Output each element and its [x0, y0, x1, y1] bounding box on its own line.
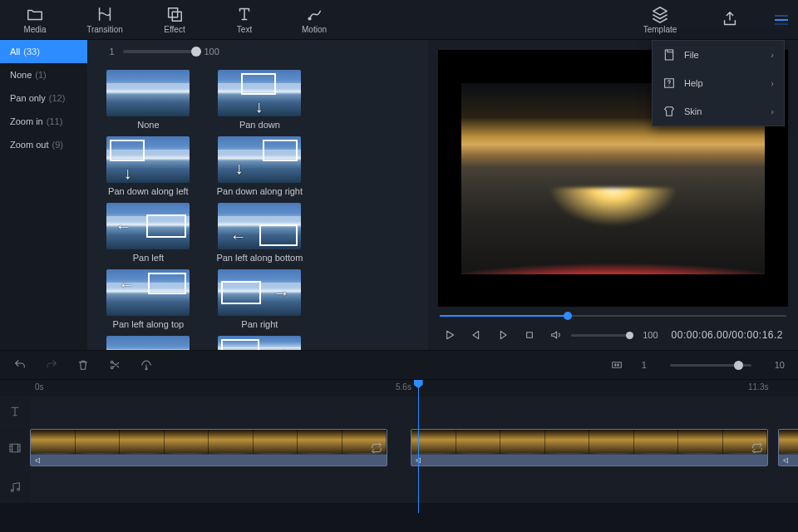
track-music-header[interactable] — [0, 470, 30, 503]
effect-card[interactable]: ↓ Pan down along left — [97, 136, 199, 196]
svg-rect-10 — [10, 444, 20, 451]
effect-card[interactable]: None — [97, 70, 199, 130]
timeline-ruler[interactable]: 0s 5.6s 11.3s — [0, 380, 798, 397]
chevron-right-icon: › — [771, 50, 774, 60]
category-all[interactable]: All(33) — [0, 40, 87, 63]
menu-item-file[interactable]: File › — [653, 41, 784, 69]
effect-label: Pan down — [239, 120, 280, 130]
split-button[interactable] — [108, 358, 121, 372]
toolbar-motion[interactable]: Motion — [279, 0, 349, 39]
effect-thumbnail: ← — [106, 203, 190, 249]
toolbar-text-label: Text — [237, 25, 252, 34]
delete-button[interactable] — [76, 358, 90, 372]
skin-icon — [663, 105, 676, 118]
top-toolbar: Media Transition Effect Text Motion Temp… — [0, 0, 798, 40]
effect-thumbnail: ← — [106, 269, 190, 316]
speaker-icon — [782, 456, 792, 466]
transition-icon — [96, 5, 114, 23]
category-zoom-out[interactable]: Zoom out(9) — [0, 133, 87, 156]
crop-button[interactable] — [140, 358, 153, 372]
thumbnail-size-row: 1 100 — [87, 40, 428, 63]
menu-item-skin[interactable]: Skin › — [653, 97, 784, 126]
effect-card[interactable]: ← Pan left — [97, 203, 199, 263]
volume-icon[interactable] — [549, 328, 563, 342]
toolbar-effect[interactable]: Effect — [140, 0, 209, 39]
effect-label: Pan left — [133, 253, 164, 263]
hamburger-menu-button[interactable] — [765, 0, 798, 39]
effect-thumbnail: ↓ — [106, 136, 190, 183]
redo-button[interactable] — [45, 358, 58, 372]
effect-card[interactable]: ↓ Pan down along right — [209, 136, 310, 196]
effect-card[interactable]: → Pan right — [209, 269, 310, 329]
effect-card[interactable]: → Pan right along bottom — [97, 336, 199, 350]
track-text — [0, 397, 798, 425]
play-button[interactable] — [443, 328, 456, 342]
effect-card[interactable]: ← Pan left along top — [97, 269, 199, 329]
playhead[interactable] — [418, 380, 419, 513]
track-music — [0, 470, 798, 503]
template-icon — [651, 5, 669, 23]
menu-item-help[interactable]: Help › — [653, 69, 784, 97]
effect-thumbnail: ← — [218, 203, 301, 249]
effect-label: Pan down along left — [108, 186, 189, 196]
svg-rect-0 — [169, 8, 178, 17]
chevron-right-icon: › — [771, 78, 774, 88]
effect-thumbnail: ↓ — [218, 136, 301, 183]
category-zoom-in[interactable]: Zoom in(11) — [0, 110, 87, 133]
undo-button[interactable] — [13, 358, 27, 372]
clip-loop-icon — [370, 441, 383, 455]
effect-thumbnail: ↓ — [218, 70, 301, 116]
toolbar-media-label: Media — [23, 25, 46, 34]
export-icon — [721, 10, 739, 28]
preview-scrubber[interactable] — [440, 310, 786, 322]
effect-label: None — [137, 120, 159, 130]
effect-thumbnail — [106, 70, 190, 116]
toolbar-text[interactable]: Text — [209, 0, 279, 39]
effect-icon — [165, 5, 184, 23]
effect-thumbnail: → — [218, 336, 301, 350]
track-video-header[interactable] — [0, 426, 30, 470]
effect-card[interactable]: ↓ Pan down — [209, 70, 310, 130]
track-video-body[interactable]: ✂ — [30, 426, 798, 470]
fit-button[interactable] — [610, 358, 623, 372]
stop-button[interactable] — [523, 328, 536, 342]
help-icon — [663, 76, 676, 90]
timecode: 00:00:06.00/00:00:16.2 — [672, 329, 783, 341]
next-frame-button[interactable] — [496, 328, 510, 342]
effect-label: Pan left along top — [113, 319, 185, 329]
category-list: All(33) None(1) Pan only(12) Zoom in(11)… — [0, 40, 87, 350]
thumbnail-size-slider[interactable] — [123, 50, 196, 53]
clip-audio-strip — [31, 454, 387, 466]
prev-frame-button[interactable] — [470, 328, 483, 342]
timeline-clip[interactable] — [30, 429, 387, 466]
track-text-header[interactable] — [0, 397, 30, 425]
toolbar-media[interactable]: Media — [0, 0, 70, 39]
volume-slider[interactable] — [571, 334, 629, 337]
toolbar-transition-label: Transition — [86, 25, 123, 34]
timeline-clip[interactable] — [778, 429, 798, 466]
effects-grid: None ↓ Pan down ↓ Pan down along left ↓ … — [87, 63, 428, 350]
timeline-clip[interactable]: ✂ — [411, 429, 768, 466]
svg-point-8 — [145, 368, 147, 370]
svg-rect-3 — [665, 50, 672, 60]
effect-thumbnail: → — [218, 269, 301, 316]
svg-point-12 — [17, 488, 20, 490]
zoom-slider[interactable] — [670, 364, 751, 367]
toolbar-export[interactable] — [695, 0, 765, 39]
toolbar-template-label: Template — [643, 25, 677, 34]
effect-card[interactable]: ← Pan left along bottom — [209, 203, 310, 263]
text-icon — [235, 5, 254, 23]
effect-card[interactable]: → — [209, 336, 310, 350]
category-none[interactable]: None(1) — [0, 63, 87, 86]
svg-rect-1 — [172, 12, 181, 21]
ruler-mark: 11.3s — [748, 382, 768, 392]
menu-item-label: Skin — [684, 106, 702, 116]
chevron-right-icon: › — [771, 106, 774, 116]
toolbar-template[interactable]: Template — [625, 0, 695, 39]
timeline-toolbar: 1 10 — [0, 350, 798, 380]
zoom-max: 10 — [775, 360, 785, 370]
toolbar-transition[interactable]: Transition — [70, 0, 140, 39]
category-pan-only[interactable]: Pan only(12) — [0, 86, 87, 110]
scale-max: 100 — [204, 47, 219, 57]
menu-item-label: File — [684, 50, 699, 60]
